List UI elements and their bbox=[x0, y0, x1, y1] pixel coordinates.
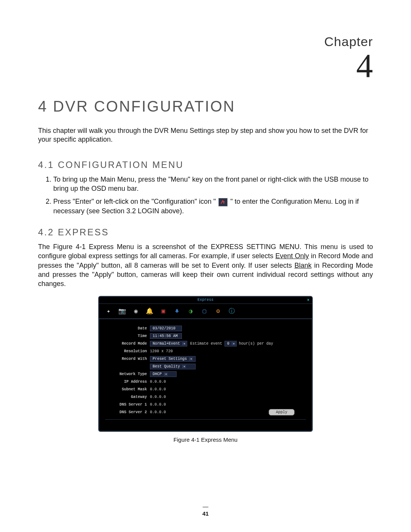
document-page: Chapter 4 4 DVR CONFIGURATION This chapt… bbox=[0, 0, 411, 532]
value-subnet-mask: 0.0.0.0 bbox=[150, 387, 166, 391]
select-record-with-value: Preset Settings bbox=[153, 357, 187, 361]
record-icon[interactable]: ◉ bbox=[132, 307, 140, 315]
chevron-down-icon: ▾ bbox=[182, 342, 186, 345]
display-red-icon[interactable]: ▣ bbox=[159, 307, 167, 315]
express-icon-toolbar: ✦📷◉🔔▣♣◑▢⚙ⓘ bbox=[99, 304, 312, 319]
select-network-type[interactable]: DHCP ▾ bbox=[150, 371, 177, 377]
label-resolution: Resolution bbox=[105, 349, 150, 353]
value-ip-address: 0.0.0.0 bbox=[150, 380, 166, 384]
chapter-number: 4 bbox=[38, 49, 373, 83]
info-icon[interactable]: ⓘ bbox=[228, 307, 236, 315]
label-network-type: Network Type bbox=[105, 372, 150, 376]
schedule-icon[interactable]: ◑ bbox=[186, 307, 195, 315]
row-date: Date 03/02/2010 bbox=[105, 325, 306, 331]
page-title: 4 DVR CONFIGURATION bbox=[38, 98, 373, 115]
row-resolution: Resolution 1280 x 720 bbox=[105, 348, 306, 354]
step-1-menu-key: Menu bbox=[171, 176, 188, 183]
chevron-down-icon: ▾ bbox=[189, 357, 193, 361]
para-event-only: Event Only bbox=[276, 252, 309, 260]
estimate-label: Estimate event bbox=[190, 342, 222, 346]
para-a: The Figure 4-1 Express Menu is a screens… bbox=[38, 243, 211, 251]
label-ip-address: IP Address bbox=[105, 380, 150, 384]
system-icon[interactable]: ⚙ bbox=[214, 307, 222, 315]
hours-per-day-label: hour(s) per day bbox=[239, 342, 273, 346]
row-record-with-2: Best Quality ▾ bbox=[105, 363, 306, 369]
step-1: To bring up the Main Menu, press the "Me… bbox=[53, 175, 373, 193]
value-gateway: 0.0.0.0 bbox=[150, 395, 166, 399]
value-dns1: 0.0.0.0 bbox=[150, 403, 166, 407]
chapter-header: Chapter 4 bbox=[38, 34, 373, 83]
row-record-with: Record With Preset Settings ▾ bbox=[105, 356, 306, 362]
section-4-2-paragraph: The Figure 4-1 Express Menu is a screens… bbox=[38, 242, 373, 288]
display-icon[interactable]: ▢ bbox=[200, 307, 209, 315]
chevron-down-icon: ▾ bbox=[232, 342, 236, 345]
value-dns2: 0.0.0.0 bbox=[150, 410, 166, 414]
row-time: Time 11:45:56 AM bbox=[105, 333, 306, 339]
label-subnet-mask: Subnet Mask bbox=[105, 387, 150, 391]
close-icon[interactable]: × bbox=[306, 297, 311, 302]
row-ip-address: IP Address 0.0.0.0 bbox=[105, 379, 306, 385]
chevron-down-icon: ▾ bbox=[164, 372, 168, 376]
input-time[interactable]: 11:45:56 AM bbox=[150, 333, 182, 339]
para-express-setting: EXPRESS SETTING MENU bbox=[211, 243, 299, 251]
alarm-icon[interactable]: 🔔 bbox=[145, 307, 154, 315]
value-resolution: 1280 x 720 bbox=[150, 349, 173, 353]
step-2-text-a: Press " bbox=[53, 198, 75, 205]
express-body: Date 03/02/2010 Time 11:45:56 AM Record … bbox=[99, 319, 312, 431]
label-gateway: Gateway bbox=[105, 395, 150, 399]
select-quality-value: Best Quality bbox=[153, 364, 180, 369]
figure-caption: Figure 4-1 Express Menu bbox=[38, 436, 373, 443]
select-quality[interactable]: Best Quality ▾ bbox=[150, 364, 196, 369]
row-dns1: DNS Server 1 0.0.0.0 bbox=[105, 401, 306, 407]
express-icon[interactable]: ✦ bbox=[104, 307, 113, 315]
page-number: 41 bbox=[0, 503, 411, 517]
select-estimate-value: 0 bbox=[227, 342, 229, 346]
step-2-enter-key: Enter bbox=[75, 198, 91, 205]
step-2: Press "Enter" or left-click on the "Conf… bbox=[53, 197, 373, 216]
row-subnet-mask: Subnet Mask 0.0.0.0 bbox=[105, 386, 306, 392]
intro-paragraph: This chapter will walk you through the D… bbox=[38, 126, 373, 144]
configuration-icon bbox=[218, 198, 228, 206]
row-dns2: DNS Server 2 0.0.0.0 Apply bbox=[105, 409, 306, 415]
select-record-mode[interactable]: Normal+Event ▾ bbox=[150, 341, 187, 347]
label-dns1: DNS Server 1 bbox=[105, 403, 150, 407]
apply-button[interactable]: Apply bbox=[269, 409, 295, 415]
select-estimate-hours[interactable]: 0 ▾ bbox=[225, 341, 237, 347]
express-footer-divider bbox=[105, 419, 306, 425]
row-network-type: Network Type DHCP ▾ bbox=[105, 371, 306, 377]
express-menu-screenshot: Express × ✦📷◉🔔▣♣◑▢⚙ⓘ Date 03/02/2010 Tim… bbox=[98, 296, 313, 432]
section-heading-4-1: 4.1 CONFIGURATION MENU bbox=[38, 160, 373, 170]
camera-icon[interactable]: 📷 bbox=[118, 307, 126, 315]
section-heading-4-2: 4.2 EXPRESS bbox=[38, 227, 373, 238]
select-record-mode-value: Normal+Event bbox=[153, 342, 180, 346]
label-dns2: DNS Server 2 bbox=[105, 410, 150, 414]
label-date: Date bbox=[105, 326, 150, 331]
chevron-down-icon: ▾ bbox=[182, 365, 186, 368]
step-2-text-b: " or left-click on the "Configuration" i… bbox=[91, 198, 216, 205]
label-record-mode: Record Mode bbox=[105, 342, 150, 346]
select-record-with[interactable]: Preset Settings ▾ bbox=[150, 356, 196, 362]
express-titlebar: Express × bbox=[99, 297, 312, 304]
para-blank: Blank bbox=[295, 262, 312, 269]
row-record-mode: Record Mode Normal+Event ▾ Estimate even… bbox=[105, 340, 306, 347]
network-icon[interactable]: ♣ bbox=[173, 307, 181, 315]
input-date[interactable]: 03/02/2010 bbox=[150, 326, 182, 331]
step-1-text-a: To bring up the Main Menu, press the " bbox=[53, 176, 171, 183]
express-title: Express bbox=[198, 298, 213, 302]
chapter-label: Chapter bbox=[38, 34, 373, 49]
label-record-with: Record With bbox=[105, 357, 150, 361]
steps-list-4-1: To bring up the Main Menu, press the "Me… bbox=[38, 175, 373, 216]
row-gateway: Gateway 0.0.0.0 bbox=[105, 394, 306, 400]
select-network-type-value: DHCP bbox=[153, 372, 162, 376]
label-time: Time bbox=[105, 334, 150, 338]
